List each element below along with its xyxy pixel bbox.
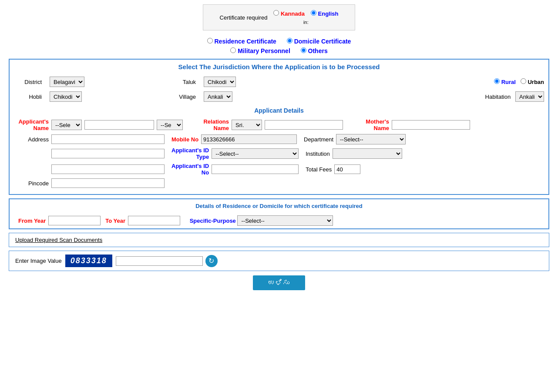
english-label: English xyxy=(318,10,339,17)
district-select[interactable]: Belagavi xyxy=(50,77,84,87)
residence-cert-label: Residence Certificate xyxy=(214,38,276,45)
habitation-select[interactable]: Ankali xyxy=(515,91,544,102)
total-fees-label: Total Fees xyxy=(306,166,332,173)
specific-purpose-label: Specific-Purpose xyxy=(190,218,236,224)
captcha-input[interactable] xyxy=(116,256,203,266)
from-year-input[interactable] xyxy=(48,216,101,225)
submit-button[interactable]: ಉಳಿಸು xyxy=(253,275,305,290)
pincode-label: Pincode xyxy=(14,180,49,187)
rural-radio[interactable] xyxy=(494,78,500,84)
mobile-input[interactable] xyxy=(201,134,297,144)
address-line1-input[interactable] xyxy=(51,134,165,144)
military-radio[interactable] xyxy=(230,47,236,53)
to-year-label: To Year xyxy=(105,218,125,224)
id-type-label: Applicant's IDType xyxy=(171,147,209,160)
mothers-name-input[interactable] xyxy=(392,120,470,130)
jurisdiction-title: Select The Jurisdiction Where the Applic… xyxy=(10,60,548,74)
cert-required-label: Certificate required xyxy=(217,9,270,26)
urban-radio[interactable] xyxy=(521,78,526,84)
residence-cert-radio[interactable] xyxy=(207,38,213,44)
military-personnel-option[interactable]: Military Personnel xyxy=(230,47,292,54)
english-radio[interactable] xyxy=(311,10,316,16)
name-prefix-select[interactable]: --Sele Sri. Smt. Kum. xyxy=(51,120,82,130)
address-label: Address xyxy=(14,136,49,143)
others-radio[interactable] xyxy=(301,47,306,53)
kannada-radio[interactable] xyxy=(273,10,279,16)
relations-name-label: RelationsName xyxy=(194,118,229,131)
captcha-label: Enter Image Value xyxy=(15,258,62,264)
district-label: District xyxy=(24,79,42,85)
military-label: Military Personnel xyxy=(238,47,290,54)
department-select[interactable]: --Select-- xyxy=(336,134,406,144)
id-no-label: Applicant's IDNo xyxy=(171,163,209,176)
mobile-label: Mobile No xyxy=(171,136,198,143)
upload-link[interactable]: Upload Required Scan Documents xyxy=(15,237,102,243)
village-select[interactable]: Ankali xyxy=(204,91,232,102)
institution-select[interactable] xyxy=(333,148,402,159)
applicants-name-label: Applicant'sName xyxy=(14,118,49,131)
from-year-label: From Year xyxy=(18,218,46,224)
rural-label: Rural xyxy=(501,79,516,85)
taluk-label: Taluk xyxy=(183,79,196,85)
others-label: Others xyxy=(308,47,328,54)
village-label: Village xyxy=(179,94,196,100)
id-no-input[interactable] xyxy=(212,164,299,174)
to-year-input[interactable] xyxy=(128,216,180,225)
name-suffix-select[interactable]: --Se Sri. Smt. xyxy=(157,120,183,130)
total-fees-input[interactable] xyxy=(334,164,360,174)
hobli-label: Hobli xyxy=(29,94,42,100)
address-line3-input[interactable] xyxy=(51,164,165,174)
department-label: Department xyxy=(304,136,333,143)
domicile-cert-radio[interactable] xyxy=(287,38,292,44)
residence-cert-option[interactable]: Residence Certificate xyxy=(207,38,278,45)
residence-details-title: Details of Residence or Domicile for whi… xyxy=(10,199,548,213)
applicant-name-input[interactable] xyxy=(84,120,154,130)
hobli-select[interactable]: Chikodi xyxy=(50,91,82,102)
id-type-select[interactable]: --Select-- xyxy=(212,148,299,159)
pincode-input[interactable] xyxy=(51,178,165,188)
domicile-cert-label: Domicile Certificate xyxy=(294,38,351,45)
institution-label: Institution xyxy=(306,151,330,157)
kannada-label: Kannada xyxy=(281,10,305,17)
relations-prefix-select[interactable]: Sri. Smt. Kum. xyxy=(232,120,262,130)
address-line2-input[interactable] xyxy=(51,149,165,158)
refresh-captcha-icon[interactable]: ↻ xyxy=(205,255,218,267)
applicant-details-title: Applicant Details xyxy=(10,104,548,117)
in-label: in: xyxy=(271,19,341,26)
domicile-cert-option[interactable]: Domicile Certificate xyxy=(287,38,351,45)
habitation-label: Habitation xyxy=(485,94,511,100)
taluk-select[interactable]: Chikodi xyxy=(204,77,236,87)
urban-label: Urban xyxy=(528,79,544,85)
others-option[interactable]: Others xyxy=(301,47,328,54)
captcha-image: 0833318 xyxy=(65,255,112,267)
relations-name-input[interactable] xyxy=(265,120,343,130)
specific-purpose-select[interactable]: --Select-- xyxy=(237,215,333,226)
mothers-name-label: Mother'sName xyxy=(354,118,389,131)
